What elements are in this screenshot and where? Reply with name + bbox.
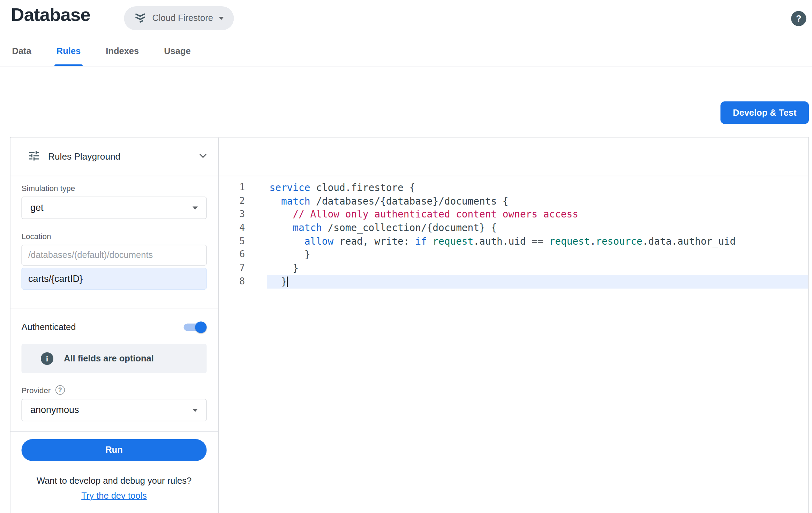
code-line[interactable]: 1service cloud.firestore { xyxy=(219,181,809,194)
code-line-text[interactable]: } xyxy=(267,275,809,289)
firebase-database-page: Database Cloud Firestore ? Data Rules In… xyxy=(0,0,812,513)
code-editor-lines: 1service cloud.firestore {2 match /datab… xyxy=(219,181,809,288)
rules-playground-header[interactable]: Rules Playground xyxy=(10,138,219,176)
location-input[interactable]: carts/{cartID} xyxy=(22,268,207,290)
tab-bar: Data Rules Indexes Usage xyxy=(11,46,192,66)
dev-tools-question: Want to develop and debug your rules? xyxy=(22,476,207,486)
simulation-type-select[interactable]: get xyxy=(22,197,207,219)
authenticated-label: Authenticated xyxy=(22,322,76,332)
caret-down-icon xyxy=(219,17,224,20)
code-line-text[interactable]: } xyxy=(267,261,809,275)
dev-tools-link[interactable]: Try the dev tools xyxy=(81,491,147,501)
code-line-text[interactable]: } xyxy=(267,248,809,262)
location-pattern-input[interactable]: /databases/(default)/documents xyxy=(22,245,207,266)
tabs-divider xyxy=(0,66,812,67)
code-line[interactable]: 2 match /databases/{database}/documents … xyxy=(219,194,809,208)
info-icon: i xyxy=(41,352,53,365)
develop-test-button[interactable]: Develop & Test xyxy=(721,101,809,124)
code-line[interactable]: 5 allow read, write: if request.auth.uid… xyxy=(219,235,809,248)
code-line-text[interactable]: // Allow only authenticated content owne… xyxy=(267,208,809,221)
provider-value: anonymous xyxy=(30,405,79,416)
code-line-text[interactable]: service cloud.firestore { xyxy=(267,181,809,194)
product-selector-label: Cloud Firestore xyxy=(152,13,213,24)
line-number: 5 xyxy=(219,235,267,248)
line-number: 3 xyxy=(219,208,267,221)
provider-label: Provider xyxy=(22,385,51,395)
code-line[interactable]: 7 } xyxy=(219,261,809,275)
toggle-knob xyxy=(195,322,207,333)
help-icon[interactable]: ? xyxy=(791,11,806,26)
code-line-text[interactable]: match /some_collection/{document} { xyxy=(267,221,809,235)
location-label: Location xyxy=(22,232,207,241)
tune-icon xyxy=(28,149,40,164)
tab-indexes[interactable]: Indexes xyxy=(105,46,140,66)
info-banner: i All fields are optional xyxy=(22,344,207,373)
simulation-type-label: Simulation type xyxy=(22,184,207,193)
run-button[interactable]: Run xyxy=(22,439,207,461)
authenticated-row: Authenticated xyxy=(22,321,207,334)
code-line-text[interactable]: match /databases/{database}/documents { xyxy=(267,194,809,208)
tab-data[interactable]: Data xyxy=(11,46,32,66)
select-caret-icon xyxy=(193,408,198,412)
tab-rules[interactable]: Rules xyxy=(55,46,82,66)
rules-playground-title: Rules Playground xyxy=(48,151,189,162)
chevron-down-icon[interactable] xyxy=(197,150,209,163)
rules-panel: Rules Playground Simulation type get Loc… xyxy=(10,137,809,513)
code-line-text[interactable]: allow read, write: if request.auth.uid =… xyxy=(267,235,809,248)
page-title: Database xyxy=(11,4,90,25)
authenticated-toggle[interactable] xyxy=(182,321,207,334)
code-line[interactable]: 3 // Allow only authenticated content ow… xyxy=(219,208,809,221)
question-circle-icon[interactable]: ? xyxy=(55,385,65,395)
select-caret-icon xyxy=(193,206,198,209)
line-number: 4 xyxy=(219,221,267,235)
rules-code-editor[interactable]: 1service cloud.firestore {2 match /datab… xyxy=(219,176,809,513)
code-line[interactable]: 6 } xyxy=(219,248,809,262)
line-number: 8 xyxy=(219,275,267,289)
line-number: 6 xyxy=(219,248,267,262)
line-number: 1 xyxy=(219,181,267,194)
code-line[interactable]: 4 match /some_collection/{document} { xyxy=(219,221,809,235)
product-selector-dropdown[interactable]: Cloud Firestore xyxy=(124,6,234,30)
sidebar-divider xyxy=(10,308,218,309)
tab-usage[interactable]: Usage xyxy=(163,46,192,66)
text-cursor xyxy=(287,276,288,287)
editor-toolbar xyxy=(219,138,809,176)
provider-select[interactable]: anonymous xyxy=(22,399,207,422)
simulation-type-value: get xyxy=(30,202,44,214)
line-number: 7 xyxy=(219,261,267,275)
provider-label-row: Provider ? xyxy=(22,385,207,395)
code-line[interactable]: 8 } xyxy=(219,275,809,289)
rules-playground-sidebar: Simulation type get Location /databases/… xyxy=(10,176,219,513)
firestore-icon xyxy=(134,11,146,26)
sidebar-divider xyxy=(10,431,218,432)
info-text: All fields are optional xyxy=(64,353,154,364)
line-number: 2 xyxy=(219,194,267,208)
